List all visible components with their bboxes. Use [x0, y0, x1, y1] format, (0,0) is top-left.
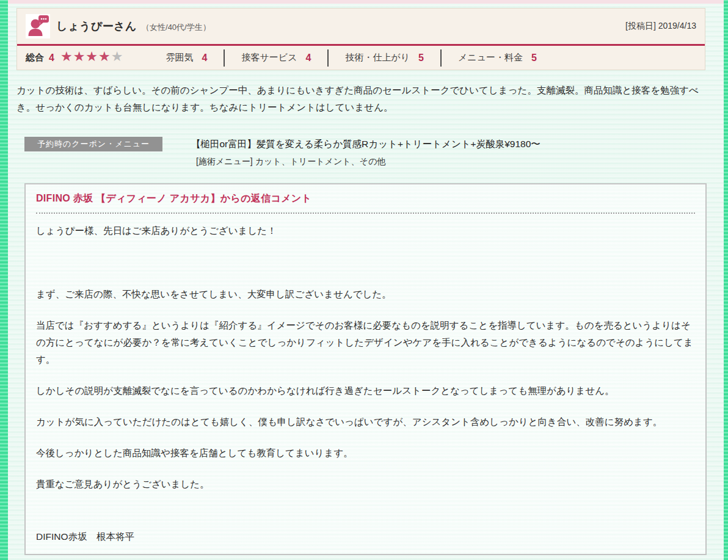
reviewer-row: しょうぴーさん （女性/40代/学生） [投稿日] 2019/4/13	[17, 9, 705, 44]
reply-signature: DIFINO赤坂 根本将平	[36, 531, 695, 544]
stars-filled: ★★★★	[60, 49, 111, 64]
rating-value: 5	[418, 53, 424, 64]
rating-categories: 雰囲気 4 接客サービス 4 技術・仕上がり 5 メニュー・料金 5	[150, 49, 553, 67]
coupon-menu-section: 予約時のクーポン・メニュー 【槌田or富田】髪質を変える柔らか質感Rカット+トリ…	[24, 137, 702, 168]
overall-rating-value: 4	[49, 53, 54, 64]
star-rating-icon: ★★★★★	[60, 50, 124, 65]
reply-paragraph: まず、ご来店の際、不快な思いをさせてしまい、大変申し訳ございませんでした。	[36, 286, 695, 303]
rating-item-service: 接客サービス 4	[224, 49, 327, 67]
page-edge-right-decoration	[724, 0, 728, 560]
reply-paragraph: 貴重なご意見ありがとうございました。	[36, 476, 695, 493]
stars-empty: ★	[111, 49, 124, 64]
overall-rating-label: 総合	[26, 52, 44, 64]
review-page: しょうぴーさん （女性/40代/学生） [投稿日] 2019/4/13 総合 4…	[8, 0, 724, 560]
person-speech-bubble-icon	[26, 14, 50, 38]
rating-value: 4	[202, 53, 208, 64]
rating-value: 4	[306, 53, 311, 64]
rating-label: メニュー・料金	[458, 52, 523, 64]
rating-item-menu-price: メニュー・料金 5	[440, 49, 553, 67]
reply-paragraph: 当店では『おすすめする』というよりは『紹介する』イメージでそのお客様に必要なもの…	[36, 317, 695, 368]
reply-paragraph: しかしその説明が支離滅裂でなにを言っているのかわからなければ行き過ぎたセールスト…	[36, 382, 695, 399]
rating-label: 雰囲気	[166, 52, 194, 64]
coupon-menu-badge: 予約時のクーポン・メニュー	[24, 137, 162, 151]
reply-paragraph: カットが気に入っていただけたのはとても嬉しく、僕も申し訳なさでいっぱいですが、ア…	[36, 413, 695, 431]
reviewer-profile: （女性/40代/学生）	[142, 20, 211, 33]
page-edge-left-decoration	[0, 0, 8, 560]
rating-row: 総合 4 ★★★★★ 雰囲気 4 接客サービス 4 技術・仕上がり 5 メ	[17, 46, 705, 70]
salon-reply-title: DIFINO 赤坂 【ディフィーノ アカサカ】からの返信コメント	[36, 192, 695, 205]
review-body-text: カットの技術は、すばらしい。その前のシャンプー中、あまりにもいきすぎた商品のセー…	[16, 82, 707, 116]
reply-paragraph: しょうぴー様、先日はご来店ありがとうございました！	[36, 222, 695, 239]
coupon-menu-texts: 【槌田or富田】髪質を変える柔らか質感Rカット+トリートメント+炭酸泉¥9180…	[191, 137, 541, 168]
reviewer-name: しょうぴーさん	[56, 19, 137, 34]
reviewer-avatar	[26, 14, 50, 38]
salon-reply-text: しょうぴー様、先日はご来店ありがとうございました！ まず、ご来店の際、不快な思い…	[36, 222, 695, 544]
rating-value: 5	[531, 53, 537, 64]
rating-label: 接客サービス	[241, 52, 297, 64]
reply-dotted-divider	[36, 213, 695, 214]
rating-label: 技術・仕上がり	[345, 52, 410, 64]
reply-paragraph: 今後しっかりとした商品知識や接客を店舗としても教育してまいります。	[36, 445, 695, 462]
coupon-menu-title: 【槌田or富田】髪質を変える柔らか質感Rカット+トリートメント+炭酸泉¥9180…	[191, 137, 541, 151]
salon-reply-box: DIFINO 赤坂 【ディフィーノ アカサカ】からの返信コメント しょうぴー様、…	[24, 183, 707, 555]
posted-date: [投稿日] 2019/4/13	[625, 21, 696, 32]
top-divider-band	[8, 0, 724, 4]
review-header-card: しょうぴーさん （女性/40代/学生） [投稿日] 2019/4/13 総合 4…	[16, 8, 705, 70]
treatment-menu-detail: [施術メニュー] カット、トリートメント、その他	[196, 155, 541, 168]
rating-item-technique: 技術・仕上がり 5	[327, 49, 440, 67]
rating-item-atmosphere: 雰囲気 4	[150, 49, 224, 67]
overall-rating: 総合 4 ★★★★★	[26, 50, 124, 65]
